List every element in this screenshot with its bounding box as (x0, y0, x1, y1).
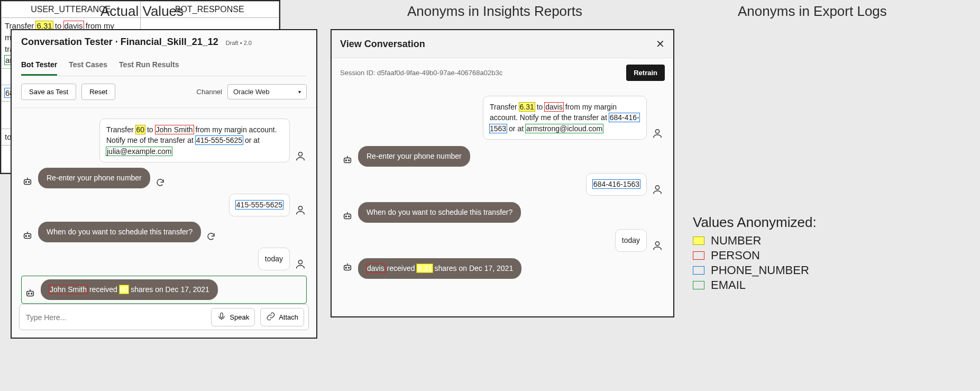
hl-number: 60 (136, 125, 145, 134)
swatch-phone (693, 266, 704, 275)
tester-tabs: Bot Tester Test Cases Test Run Results (21, 57, 307, 76)
legend-label: PHONE_NUMBER (711, 263, 809, 277)
user-icon (651, 239, 664, 252)
reset-button[interactable]: Reset (81, 84, 115, 100)
mic-icon (217, 312, 226, 323)
bot-msg-4: When do you want to schedule this transf… (38, 222, 201, 243)
bot-icon (24, 287, 36, 300)
message-input-bar: Speak Attach (19, 304, 309, 330)
hl-phone: 415-555-5625 (196, 136, 243, 144)
legend-phone: PHONE_NUMBER (693, 263, 817, 277)
bot-msg-2: Re-enter your phone number (38, 168, 150, 189)
save-as-test-button[interactable]: Save as Test (21, 84, 76, 100)
user-msg-3: 415-555-5625 (229, 194, 290, 216)
svg-point-7 (29, 235, 30, 237)
hl-person: John Smith (49, 285, 87, 294)
legend-email: EMAIL (693, 278, 817, 292)
svg-point-0 (298, 152, 302, 156)
viewer-user-msg-3: 684-416-1563 (586, 173, 647, 195)
channel-label: Channel (197, 88, 222, 96)
svg-point-2 (25, 181, 26, 183)
message-input[interactable] (24, 310, 206, 325)
hl-email: julia@example.com (106, 147, 172, 156)
hl-number: 60 (120, 285, 129, 294)
svg-point-4 (298, 206, 302, 210)
viewer-bot-msg-6: davis received 6.31 shares on Dec 17, 20… (358, 258, 521, 279)
tester-skill: Financial_Skill_21_12 (121, 37, 218, 47)
user-msg-5: today (258, 248, 290, 270)
text: or at (243, 136, 260, 144)
swatch-email (693, 281, 704, 289)
heading-insights: Anonyms in Insights Reports (407, 3, 582, 20)
viewer-title: View Conversation (340, 39, 425, 50)
user-msg-1: Transfer 60 to John Smith from my margin… (99, 119, 290, 162)
tab-run-results[interactable]: Test Run Results (119, 57, 179, 76)
session-id: Session ID: d5faaf0d-9fae-49b0-97ae-4067… (340, 69, 502, 77)
svg-point-21 (655, 241, 659, 245)
svg-point-15 (345, 160, 346, 161)
tab-bot-tester[interactable]: Bot Tester (21, 57, 57, 76)
hl-number: 6.31 (417, 264, 432, 272)
swatch-person (693, 251, 704, 260)
bot-msg-6: John Smith received 60 shares on Dec 17,… (41, 279, 218, 301)
attach-label: Attach (279, 313, 298, 321)
user-icon (651, 127, 664, 140)
channel-value: Oracle Web (233, 88, 269, 96)
hl-email: armstrong@icloud.com (526, 124, 603, 133)
svg-point-8 (298, 260, 302, 263)
bot-icon (21, 176, 34, 188)
viewer-user-msg-5: today (615, 229, 647, 251)
legend-person: PERSON (693, 249, 817, 262)
hl-person: John Smith (155, 125, 194, 134)
user-icon (651, 183, 664, 196)
user-icon (294, 258, 307, 270)
refresh-icon[interactable] (205, 231, 217, 242)
svg-point-20 (349, 216, 350, 217)
svg-point-11 (31, 293, 32, 294)
svg-point-19 (345, 216, 346, 217)
text: to (535, 103, 545, 111)
legend-label: NUMBER (711, 234, 761, 248)
viewer-bot-msg-4: When do you want to schedule this transf… (358, 202, 521, 223)
tester-title: Conversation Tester · Financial_Skill_21… (21, 37, 218, 48)
hl-number: 6.31 (519, 103, 535, 111)
tester-status: Draft • 2.0 (226, 40, 252, 46)
text: received (385, 264, 417, 272)
user-icon (294, 150, 307, 162)
channel-select[interactable]: Oracle Web (227, 84, 307, 99)
svg-rect-12 (221, 313, 223, 317)
speak-label: Speak (230, 313, 249, 321)
close-icon[interactable]: ✕ (656, 38, 665, 50)
attach-button[interactable]: Attach (260, 308, 304, 326)
svg-point-10 (28, 293, 29, 294)
viewer-user-msg-1: Transfer 6.31 to davis from my margin ac… (483, 96, 647, 140)
swatch-number (693, 237, 704, 245)
view-conversation-panel: View Conversation ✕ Session ID: d5faaf0d… (331, 29, 674, 317)
text: shares on Dec 17, 2021 (129, 285, 209, 294)
legend: Values Anonymized: NUMBER PERSON PHONE_N… (693, 214, 817, 293)
text: shares on Dec 17, 2021 (433, 264, 514, 272)
heading-actual: Actual Values (100, 3, 184, 20)
user-icon (294, 204, 307, 216)
bot-icon (341, 210, 354, 223)
bot-icon (341, 154, 354, 167)
text: Transfer (106, 125, 136, 134)
retrain-button[interactable]: Retrain (626, 65, 665, 81)
legend-label: PERSON (711, 249, 760, 262)
speak-button[interactable]: Speak (211, 308, 255, 326)
refresh-icon[interactable] (154, 177, 166, 188)
bot-icon (341, 261, 354, 274)
legend-label: EMAIL (711, 278, 746, 292)
hl-phone: 684-416-1563 (593, 180, 640, 188)
text: Transfer (490, 103, 519, 111)
svg-point-13 (655, 130, 659, 133)
svg-point-24 (349, 267, 350, 268)
text: to (145, 125, 155, 134)
svg-point-16 (349, 160, 350, 161)
svg-point-3 (29, 181, 30, 183)
tab-test-cases[interactable]: Test Cases (69, 57, 107, 76)
hl-person: davis (367, 264, 385, 272)
hl-phone: 415-555-5625 (236, 201, 283, 209)
session-label: Session ID: (340, 69, 377, 77)
session-id-value: d5faaf0d-9fae-49b0-97ae-406768a02b3c (377, 69, 502, 77)
